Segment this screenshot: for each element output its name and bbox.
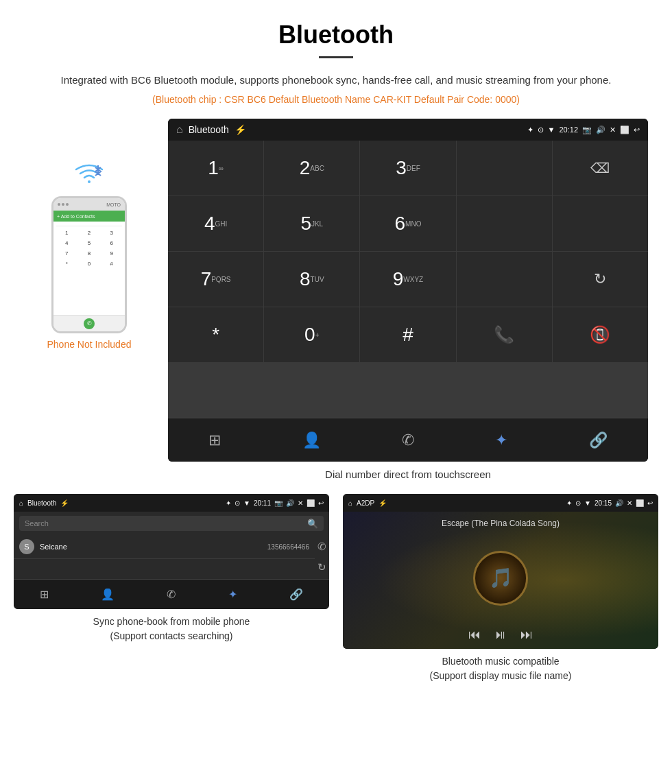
phone-add-contacts: + Add to Contacts	[53, 211, 125, 222]
bottom-panels: ⌂ Bluetooth ⚡ ✦ ⊙ ▼ 20:11 📷 🔊 ✕ ⬜ ↩	[0, 494, 672, 707]
bt-status-bar: ⌂ Bluetooth ⚡ ✦ ⊙ ▼ 20:12 📷 🔊 ✕ ⬜ ↩	[168, 119, 648, 141]
phone-keypad: 123 456 789 *0#	[56, 228, 122, 268]
phone-frame: MOTO + Add to Contacts 123 456 789 *0# ✆	[51, 196, 127, 333]
main-section: MOTO + Add to Contacts 123 456 789 *0# ✆…	[0, 119, 672, 494]
camera-icon: 📷	[582, 126, 592, 134]
time-display: 20:12	[559, 126, 578, 134]
pb-right-icons: ✆ ↻	[315, 535, 329, 579]
phonebook-panel: ⌂ Bluetooth ⚡ ✦ ⊙ ▼ 20:11 📷 🔊 ✕ ⬜ ↩	[14, 494, 329, 687]
music-home-icon[interactable]: ⌂	[348, 499, 352, 507]
music-next-button[interactable]: ⏭	[520, 628, 533, 642]
music-usb-icon: ⚡	[379, 499, 387, 507]
dial-empty-2	[553, 196, 648, 251]
dial-empty-3	[457, 252, 552, 307]
phone-bottom-bar: ✆	[53, 315, 125, 331]
dial-key-star[interactable]: *	[168, 307, 263, 362]
phonebook-screen: ⌂ Bluetooth ⚡ ✦ ⊙ ▼ 20:11 📷 🔊 ✕ ⬜ ↩	[14, 494, 329, 609]
title-divider	[319, 56, 353, 58]
wifi-icon	[72, 160, 106, 193]
pb-refresh-right-icon[interactable]: ↻	[317, 561, 326, 573]
music-screen-title: A2DP	[357, 499, 374, 507]
phone-mockup: MOTO + Add to Contacts 123 456 789 *0# ✆…	[24, 119, 154, 350]
home-icon[interactable]: ⌂	[176, 123, 183, 136]
pb-contact-item[interactable]: S Seicane 13566664466	[14, 535, 315, 559]
pb-contact-list: S Seicane 13566664466	[14, 535, 315, 579]
dial-backspace[interactable]: ⌫	[553, 141, 648, 195]
phone-not-included-label: Phone Not Included	[47, 339, 132, 350]
dial-refresh[interactable]: ↻	[553, 252, 648, 307]
pb-nav-link-icon[interactable]: 🔗	[289, 588, 303, 601]
nav-bluetooth-icon[interactable]: ✦	[495, 431, 507, 449]
dial-key-4[interactable]: 4 GHI	[168, 196, 263, 251]
nav-link-icon[interactable]: 🔗	[589, 431, 608, 449]
pb-search-icon[interactable]: 🔍	[307, 519, 318, 529]
dial-key-9[interactable]: 9 WXYZ	[360, 252, 455, 307]
music-panel: ⌂ A2DP ⚡ ✦ ⊙ ▼ 20:15 🔊 ✕ ⬜ ↩ Escap	[343, 494, 658, 687]
pb-volume-icon: 🔊	[286, 499, 294, 507]
nav-grid-icon[interactable]: ⊞	[208, 431, 221, 449]
dial-key-8[interactable]: 8 TUV	[264, 252, 359, 307]
dial-caption: Dial number direct from touchscreen	[168, 462, 648, 494]
pb-nav-phone-icon[interactable]: ✆	[167, 588, 176, 601]
bt-status-left: ⌂ Bluetooth ⚡	[176, 123, 246, 136]
pb-camera-icon: 📷	[274, 499, 283, 507]
pb-window-icon[interactable]: ⬜	[307, 499, 315, 507]
music-prev-button[interactable]: ⏮	[468, 628, 481, 642]
bt-screen-inner: ⌂ Bluetooth ⚡ ✦ ⊙ ▼ 20:12 📷 🔊 ✕ ⬜ ↩	[168, 119, 648, 462]
bluetooth-status-icon: ✦	[527, 126, 533, 134]
bluetooth-dial-screen: ⌂ Bluetooth ⚡ ✦ ⊙ ▼ 20:12 📷 🔊 ✕ ⬜ ↩	[168, 119, 648, 494]
pb-bt-icon: ✦	[226, 499, 231, 507]
back-icon[interactable]: ↩	[634, 126, 640, 134]
signal-icon: ▼	[548, 126, 555, 134]
music-back-icon[interactable]: ↩	[647, 499, 653, 507]
music-caption: Bluetooth music compatible(Support displ…	[343, 649, 658, 687]
dial-hangup-button[interactable]: 📵	[553, 307, 648, 362]
music-close-icon[interactable]: ✕	[627, 499, 632, 507]
nav-phone-icon[interactable]: ✆	[402, 431, 414, 449]
phonebook-status-bar: ⌂ Bluetooth ⚡ ✦ ⊙ ▼ 20:11 📷 🔊 ✕ ⬜ ↩	[14, 494, 329, 512]
dial-key-3[interactable]: 3 DEF	[360, 141, 455, 195]
pb-nav-grid-icon[interactable]: ⊞	[40, 588, 49, 601]
music-play-pause-button[interactable]: ⏯	[494, 628, 507, 642]
music-window-icon[interactable]: ⬜	[636, 499, 644, 507]
pb-screen-title: Bluetooth	[27, 499, 56, 507]
dial-key-0[interactable]: 0+	[264, 307, 359, 362]
bt-status-right: ✦ ⊙ ▼ 20:12 📷 🔊 ✕ ⬜ ↩	[527, 126, 640, 134]
close-icon[interactable]: ✕	[610, 126, 616, 134]
pb-time: 20:11	[254, 499, 271, 507]
music-album-art: 🎵	[473, 551, 528, 606]
music-content-area: Escape (The Pina Colada Song) 🎵 ⏮ ⏯ ⏭	[343, 512, 658, 649]
music-screen: ⌂ A2DP ⚡ ✦ ⊙ ▼ 20:15 🔊 ✕ ⬜ ↩ Escap	[343, 494, 658, 649]
pb-signal-icon: ▼	[243, 499, 250, 507]
dial-key-hash[interactable]: #	[360, 307, 455, 362]
pb-contact-name: Seicane	[40, 543, 267, 551]
pb-contact-avatar: S	[19, 539, 34, 554]
dial-key-7[interactable]: 7 PQRS	[168, 252, 263, 307]
music-location-icon: ⊙	[575, 499, 581, 507]
phonebook-search-bar[interactable]: Search 🔍	[19, 516, 324, 531]
music-vol-icon: 🔊	[615, 499, 623, 507]
music-song-title: Escape (The Pina Colada Song)	[442, 519, 560, 528]
window-icon[interactable]: ⬜	[620, 126, 629, 134]
dial-key-1[interactable]: 1 ∞	[168, 141, 263, 195]
dial-key-2[interactable]: 2 ABC	[264, 141, 359, 195]
bt-screen-title: Bluetooth	[189, 124, 229, 135]
nav-contacts-icon[interactable]: 👤	[302, 431, 321, 449]
pb-search-placeholder: Search	[25, 519, 307, 527]
pb-nav-person-icon[interactable]: 👤	[101, 588, 115, 601]
dial-empty-1	[457, 196, 552, 251]
pb-nav-bt-icon[interactable]: ✦	[228, 588, 237, 601]
pb-usb-icon: ⚡	[60, 499, 69, 507]
music-bt-icon: ✦	[566, 499, 572, 507]
pb-close-icon[interactable]: ✕	[298, 499, 303, 507]
dial-grid: 1 ∞ 2 ABC 3 DEF ⌫ 4 GHI 5 JKL 6 MNO 7 PQ…	[168, 141, 648, 418]
page-title: Bluetooth	[0, 0, 672, 56]
location-icon: ⊙	[538, 126, 544, 134]
pb-home-icon[interactable]: ⌂	[19, 499, 23, 507]
pb-contact-number: 13566664466	[267, 543, 309, 551]
dial-call-button[interactable]: 📞	[457, 307, 552, 362]
pb-back-icon[interactable]: ↩	[318, 499, 324, 507]
dial-key-5[interactable]: 5 JKL	[264, 196, 359, 251]
dial-key-6[interactable]: 6 MNO	[360, 196, 455, 251]
pb-call-right-icon[interactable]: ✆	[317, 541, 326, 553]
